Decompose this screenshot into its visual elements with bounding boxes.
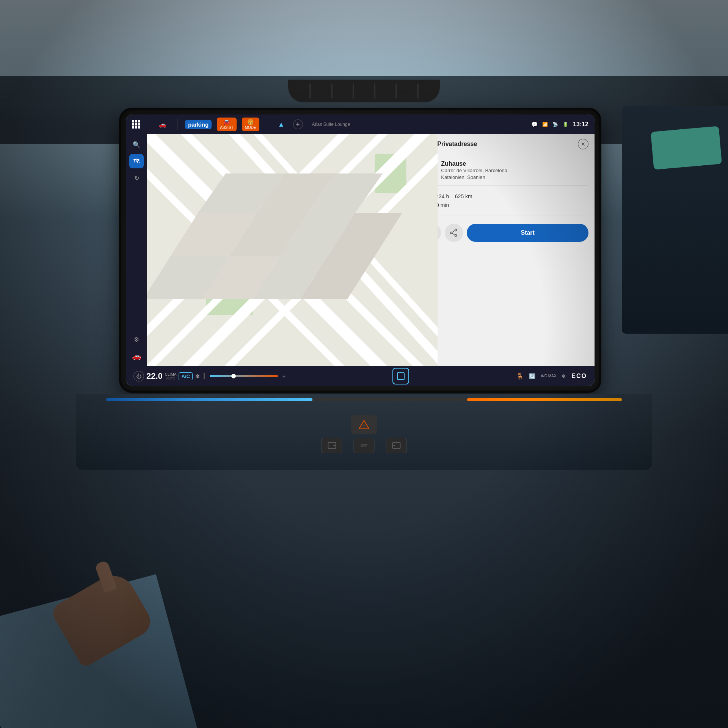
clima-btn[interactable]: CLIMA AUTO xyxy=(165,372,177,380)
bottom-bar: ⏻ 22.0 CLIMA AUTO A/C ❄ + xyxy=(126,366,595,386)
physical-buttons: OFF xyxy=(322,438,407,453)
start-button[interactable]: Start xyxy=(467,224,588,242)
door-button-2[interactable]: OFF xyxy=(354,438,375,453)
sky xyxy=(0,0,728,76)
climate-bar xyxy=(106,398,622,401)
infotainment-screen: 🚗 parking 🚘 ASSIST 🍔 MODE xyxy=(121,110,599,391)
separator-1 xyxy=(148,119,148,130)
divider-2 xyxy=(423,215,588,215)
arm-sleeve xyxy=(0,574,197,728)
pointing-finger xyxy=(94,560,117,593)
car-btn[interactable]: 🚗 xyxy=(156,119,169,130)
climate-controls: ⏻ 22.0 CLIMA AUTO A/C ❄ + xyxy=(133,371,286,381)
panel-content: 🏠 Zuhause Carrer de Villarroel, Barcelon… xyxy=(417,154,595,366)
address-line1: Carrer de Villarroel, Barcelona xyxy=(441,167,507,174)
add-btn[interactable]: + xyxy=(293,119,303,129)
car-icon-btn[interactable]: 🚗 xyxy=(129,349,144,363)
divider-1 xyxy=(423,185,588,186)
hazard-button[interactable]: ! xyxy=(351,415,377,434)
message-icon: 💬 xyxy=(531,121,538,127)
door-button-1[interactable] xyxy=(322,438,342,453)
hazard-area: ! xyxy=(307,410,421,440)
address-row: 🏠 Zuhause Carrer de Villarroel, Barcelon… xyxy=(423,160,588,181)
address-line2: Katalonien, Spanien xyxy=(441,174,507,181)
eco-badge: ECO xyxy=(571,373,587,380)
temp-slider-container[interactable]: + xyxy=(204,373,286,379)
door-icon-3 xyxy=(392,442,401,449)
svg-point-27 xyxy=(455,235,457,237)
wifi-icon: 📡 xyxy=(552,122,558,127)
share-icon xyxy=(450,229,458,237)
left-sidebar: 🔍 🗺 ↻ ⚙ 🚗 xyxy=(126,134,147,366)
svg-point-36 xyxy=(393,445,395,446)
temperature-display: 22.0 xyxy=(146,371,163,381)
battery-time: 6:34 h – 625 km xyxy=(434,193,472,199)
ac-max-btn[interactable]: A/C MAX xyxy=(541,374,556,378)
svg-line-29 xyxy=(452,231,455,233)
climate-bar-right xyxy=(467,398,622,401)
navigation-btn[interactable]: ▲ xyxy=(275,119,288,130)
door-button-3[interactable] xyxy=(386,438,407,453)
defroster-icon[interactable]: ❄ xyxy=(562,373,566,379)
mode-btn[interactable]: 🍔 MODE xyxy=(242,118,259,131)
svg-line-30 xyxy=(452,234,455,235)
map-svg xyxy=(147,134,438,366)
svg-point-34 xyxy=(333,445,335,446)
car-interior: 🚗 parking 🚘 ASSIST 🍔 MODE xyxy=(0,0,728,728)
svg-text:!: ! xyxy=(363,423,365,429)
clock-display: 13:12 xyxy=(573,121,588,128)
map-area[interactable]: 30 ⚡ 23kW ⚡ 22kW P P P P Auriga Carrer d… xyxy=(147,134,438,366)
charge-stop-row: ⚡ 30 min xyxy=(423,202,588,208)
svg-point-28 xyxy=(450,232,452,234)
teal-item xyxy=(651,126,722,169)
climate-bar-left xyxy=(106,398,312,401)
apps-icon[interactable] xyxy=(132,120,140,129)
rotate-btn[interactable]: ↻ xyxy=(129,171,144,185)
signal-icon: 📶 xyxy=(542,122,548,127)
top-bar: 🚗 parking 🚘 ASSIST 🍔 MODE xyxy=(126,115,595,134)
hazard-icon: ! xyxy=(358,420,370,430)
door-icon-1 xyxy=(327,442,336,449)
panel-title: Privatadresse xyxy=(437,141,574,147)
fan-icon: ❄ xyxy=(195,373,200,380)
right-controls: 🪑 🔄 A/C MAX ❄ ECO xyxy=(516,373,587,380)
separator-3 xyxy=(267,119,267,130)
hand xyxy=(49,568,156,668)
status-bar: 💬 📶 📡 🔋 13:12 xyxy=(531,121,588,128)
home-button-container xyxy=(392,368,409,384)
minus-indicator xyxy=(204,373,205,379)
svg-point-26 xyxy=(455,229,457,231)
battery-icon: 🔋 xyxy=(563,122,568,127)
slider-thumb xyxy=(231,374,236,378)
ac-button[interactable]: A/C xyxy=(179,372,192,380)
share-button[interactable] xyxy=(445,224,463,242)
seat-heat-icon[interactable]: 🪑 xyxy=(516,373,524,380)
parking-btn[interactable]: parking xyxy=(185,120,212,129)
settings-sidebar-btn[interactable]: ⚙ xyxy=(129,332,144,347)
search-sidebar-btn[interactable]: 🔍 xyxy=(129,137,144,152)
plus-sign: + xyxy=(282,373,286,379)
separator-2 xyxy=(177,119,177,130)
screen-display: 🚗 parking 🚘 ASSIST 🍔 MODE xyxy=(126,115,595,386)
home-button[interactable] xyxy=(392,368,409,384)
address-info: Zuhause Carrer de Villarroel, Barcelona … xyxy=(441,160,507,181)
car-mode-icon[interactable]: 🔄 xyxy=(529,373,535,379)
map-search-text: Atlas Suite Lounge xyxy=(312,122,531,127)
ac-vent-center xyxy=(288,80,440,102)
panel-actions: Start xyxy=(423,220,588,246)
detail-panel: ← Privatadresse ✕ 🏠 Zuhause Carrer de Vi… xyxy=(416,134,595,366)
destination-name: Zuhause xyxy=(441,160,507,167)
assist-btn[interactable]: 🚘 ASSIST xyxy=(217,118,237,131)
close-button[interactable]: ✕ xyxy=(578,139,588,149)
panel-header: ← Privatadresse ✕ xyxy=(417,134,595,154)
battery-route-row: 🔋 6:34 h – 625 km xyxy=(423,193,588,200)
hand-overlay xyxy=(0,470,273,728)
power-button[interactable]: ⏻ xyxy=(133,371,144,381)
temp-slider[interactable] xyxy=(210,375,278,377)
nav-buttons: 🚗 parking 🚘 ASSIST 🍔 MODE xyxy=(132,118,531,131)
route-info: 🔋 6:34 h – 625 km ⚡ 30 min xyxy=(423,190,588,210)
home-icon xyxy=(397,372,405,380)
map-view-btn[interactable]: 🗺 xyxy=(129,154,144,168)
